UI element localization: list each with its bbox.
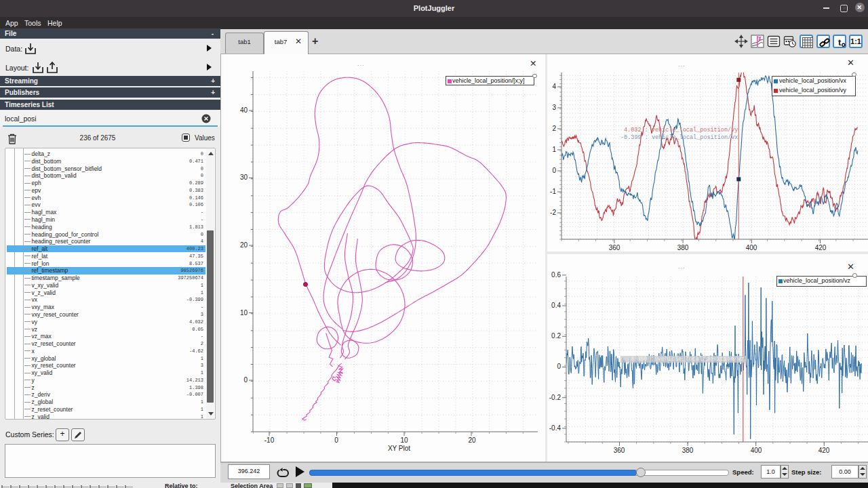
svg-text:t: t: [838, 37, 842, 47]
